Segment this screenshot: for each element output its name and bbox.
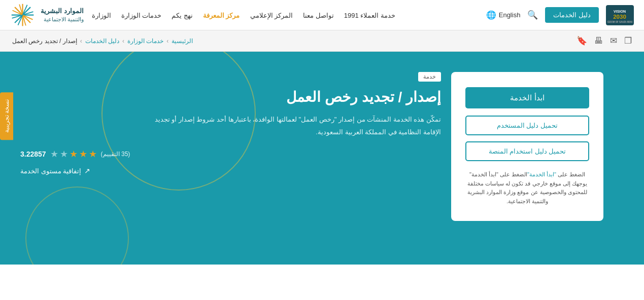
globe-icon: 🌐 — [486, 10, 496, 20]
language-switcher[interactable]: English 🌐 — [486, 10, 521, 20]
breadcrumb-current: إصدار / تجديد رخص العمل — [12, 38, 77, 45]
header: VISION 2030 KINGDOM OF SAUDI ARABIA دليل… — [0, 0, 644, 30]
service-badge: خدمة — [418, 72, 441, 82]
logo-text: الموارد البشرية والتنمية الاجتماعية — [41, 7, 84, 23]
star-4: ★ — [60, 148, 68, 160]
card-notice: الضغط على "ابدأ الخدمة"الضغط على "ابدأ ا… — [465, 170, 589, 206]
rating-row: (35 التقييم) ★ ★ ★ ★ ★ 3.22857 — [20, 148, 441, 160]
start-service-button[interactable]: ابدأ الخدمة — [465, 87, 589, 108]
breadcrumb-link-2[interactable]: دليل الخدمات — [85, 38, 119, 45]
guide-button[interactable]: دليل الخدمات — [545, 7, 599, 23]
breadcrumb-link-0[interactable]: الرئيسية — [172, 38, 193, 45]
download-platform-guide-button[interactable]: تحميل دليل استخدام المنصة — [465, 141, 589, 161]
external-link-icon: ↗ — [84, 167, 90, 175]
sla-link-text: إتفاقية مستوى الخدمة — [20, 167, 81, 175]
rating-count: (35 التقييم) — [101, 151, 130, 158]
nav-item-2[interactable]: نهج يكم — [172, 11, 193, 19]
service-description: تمكّن هذه الخدمة المنشآت من إصدار "رخص ا… — [137, 114, 441, 138]
share-icon[interactable]: ❐ — [624, 35, 632, 46]
logo-area: الموارد البشرية والتنمية الاجتماعية — [10, 3, 84, 28]
svg-text:KINGDOM OF SAUDI ARABIA: KINGDOM OF SAUDI ARABIA — [607, 21, 632, 23]
main-nav: الوزارة خدمات الوزارة نهج يكم مركز المعر… — [10, 3, 395, 28]
star-1: ★ — [89, 148, 97, 160]
nav-item-3[interactable]: مركز المعرفة — [203, 11, 240, 19]
breadcrumb-bar: ❐ ✉ 🖶 🔖 إصدار / تجديد رخص العمل › دليل ا… — [0, 30, 644, 52]
email-icon[interactable]: ✉ — [610, 35, 617, 46]
stars: ★ ★ ★ ★ ★ — [50, 148, 97, 160]
search-icon[interactable]: 🔍 — [527, 10, 538, 20]
service-title: إصدار / تجديد رخص العمل — [20, 89, 441, 105]
breadcrumb: إصدار / تجديد رخص العمل › دليل الخدمات ›… — [12, 38, 193, 45]
rating-value: 3.22857 — [20, 150, 46, 158]
nav-menu: الوزارة خدمات الوزارة نهج يكم مركز المعر… — [92, 11, 395, 19]
vision-logo: VISION 2030 KINGDOM OF SAUDI ARABIA — [606, 5, 634, 25]
print-icon[interactable]: 🖶 — [594, 36, 603, 46]
bookmark-icon[interactable]: 🔖 — [577, 35, 587, 46]
nav-item-5[interactable]: تواصل معنا — [303, 11, 334, 19]
svg-text:2030: 2030 — [613, 14, 626, 20]
language-label: English — [499, 11, 521, 19]
star-2: ★ — [79, 148, 87, 160]
side-label: نسخة تجريبية — [0, 92, 13, 140]
star-3: ★ — [70, 148, 78, 160]
breadcrumb-link-1[interactable]: خدمات الوزارة — [127, 38, 163, 45]
download-user-guide-button[interactable]: تحميل دليل المستخدم — [465, 116, 589, 135]
nav-item-0[interactable]: الوزارة — [92, 11, 111, 19]
main-content: نسخة تجريبية ابدأ الخدمة تحميل دليل المس… — [0, 52, 644, 265]
toolbar-icons: ❐ ✉ 🖶 🔖 — [577, 35, 632, 46]
info-section: خدمة إصدار / تجديد رخص العمل تمكّن هذه ا… — [20, 72, 451, 175]
nav-item-4[interactable]: المركز الإعلامي — [250, 11, 293, 19]
action-card: ابدأ الخدمة تحميل دليل المستخدم تحميل دل… — [451, 72, 603, 221]
ministry-logo — [10, 3, 36, 28]
nav-item-1[interactable]: خدمات الوزارة — [121, 11, 162, 19]
nav-item-6[interactable]: خدمة العملاء 1991 — [344, 11, 395, 19]
sla-link[interactable]: ↗ إتفاقية مستوى الخدمة — [20, 167, 441, 175]
svg-text:VISION: VISION — [614, 9, 626, 13]
star-5: ★ — [50, 148, 58, 160]
header-left: VISION 2030 KINGDOM OF SAUDI ARABIA دليل… — [486, 5, 634, 25]
